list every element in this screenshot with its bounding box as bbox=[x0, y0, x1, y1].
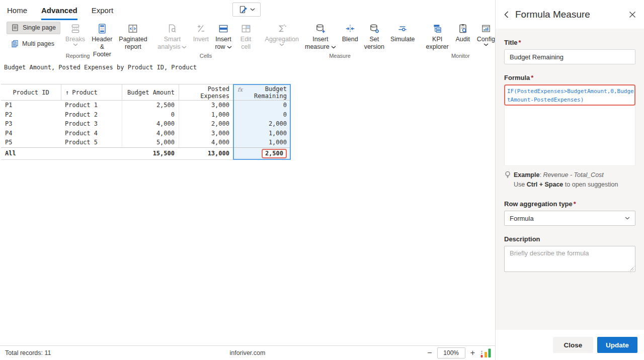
edit-report-icon bbox=[238, 5, 248, 14]
breaks-label: Breaks bbox=[65, 36, 85, 43]
formula-highlight-box: IF(PostedExpenses>BudgetAmount,0,BudgetA… bbox=[504, 84, 635, 106]
breaks-icon bbox=[70, 21, 81, 36]
aggregation-label: Aggregation bbox=[265, 36, 299, 43]
tab-home[interactable]: Home bbox=[7, 0, 27, 20]
table-cell[interactable]: 2,500 bbox=[122, 101, 179, 110]
blend-button[interactable]: Blend bbox=[340, 20, 361, 43]
table-cell[interactable]: Product 4 bbox=[61, 129, 122, 138]
set-version-icon bbox=[369, 21, 380, 36]
tab-export[interactable]: Export bbox=[92, 0, 113, 20]
table-cell[interactable]: P2 bbox=[1, 110, 61, 120]
data-table: Product ID ↑Product Budget Amount Posted… bbox=[1, 84, 291, 160]
ribbon-group-monitor: KPI explorer Audit Config Monitor bbox=[421, 20, 500, 61]
insert-measure-button[interactable]: Insert measure bbox=[302, 20, 339, 51]
smart-analysis-label: Smart bbox=[164, 36, 181, 43]
zoom-in-button[interactable]: + bbox=[470, 349, 475, 357]
table-cell[interactable]: 1,000 bbox=[233, 138, 291, 147]
table-cell[interactable]: P4 bbox=[1, 129, 61, 138]
panel-title: Formula Measure bbox=[515, 9, 629, 20]
column-header-product-id[interactable]: Product ID bbox=[1, 84, 61, 101]
audit-label: Audit bbox=[456, 36, 470, 43]
set-version-button[interactable]: Set version bbox=[362, 20, 387, 51]
column-header-product[interactable]: ↑Product bbox=[61, 84, 122, 101]
table-cell[interactable]: 0 bbox=[233, 101, 291, 110]
formula-fx-icon: fx bbox=[237, 86, 243, 93]
audit-button[interactable]: Audit bbox=[452, 20, 473, 43]
row-aggregation-select[interactable]: Formula bbox=[504, 211, 635, 226]
lightbulb-icon bbox=[504, 171, 511, 179]
total-row-cell[interactable]: 15,500 bbox=[122, 147, 179, 160]
kpi-explorer-label: KPI bbox=[432, 36, 442, 43]
row-aggregation-value: Formula bbox=[510, 215, 534, 222]
multi-pages-button[interactable]: Multi pages bbox=[7, 38, 60, 50]
group-label-reporting: Reporting bbox=[7, 52, 149, 60]
column-header-budget-remaining[interactable]: fxBudget Remaining bbox=[233, 84, 291, 101]
table-cell[interactable]: 4,000 bbox=[122, 129, 179, 138]
table-cell[interactable]: 1,000 bbox=[233, 129, 291, 138]
zoom-level-indicator[interactable]: 100% bbox=[437, 347, 465, 358]
table-cell[interactable]: 0 bbox=[122, 110, 179, 120]
table-cell[interactable]: 4,000 bbox=[122, 119, 179, 129]
total-row-cell[interactable]: All bbox=[1, 147, 61, 160]
formula-editor[interactable]: IF(PostedExpenses>BudgetAmount,0,BudgetA… bbox=[504, 84, 635, 166]
config-label: Config bbox=[477, 36, 495, 43]
ribbon-group-measure: Aggregation Insert measure Blend S bbox=[260, 20, 420, 61]
table-cell[interactable]: Product 5 bbox=[61, 138, 122, 147]
paginated-report-icon bbox=[127, 21, 138, 36]
blend-label: Blend bbox=[342, 36, 358, 43]
paginated-report-button[interactable]: Paginated report bbox=[117, 20, 149, 51]
table-cell[interactable]: 3,000 bbox=[179, 129, 233, 138]
smart-analysis-icon bbox=[167, 21, 178, 36]
single-page-button[interactable]: Single page bbox=[7, 22, 60, 34]
formula-expression: IF(PostedExpenses>BudgetAmount,0,BudgetA… bbox=[507, 87, 634, 104]
table-cell[interactable]: 2,000 bbox=[179, 119, 233, 129]
update-button[interactable]: Update bbox=[597, 337, 637, 353]
title-field-label: Title* bbox=[504, 39, 635, 46]
single-page-label: Single page bbox=[23, 24, 56, 31]
table-cell[interactable]: P1 bbox=[1, 101, 61, 110]
kpi-explorer-button[interactable]: KPI explorer bbox=[424, 20, 451, 51]
resize-handle-icon[interactable] bbox=[629, 266, 634, 271]
ribbon-group-reporting: Single page Multi pages Breaks bbox=[4, 20, 151, 61]
column-header-posted-expenses[interactable]: Posted Expenses bbox=[179, 84, 233, 101]
simulate-button[interactable]: Simulate bbox=[388, 20, 418, 43]
invert-label: Invert bbox=[193, 36, 209, 43]
column-header-budget-amount[interactable]: Budget Amount bbox=[122, 84, 179, 101]
smart-analysis-button: Smart analysis bbox=[155, 20, 189, 51]
inforiver-logo-icon bbox=[480, 348, 492, 358]
breaks-button: Breaks bbox=[63, 20, 87, 46]
simulate-icon bbox=[397, 21, 408, 36]
table-cell[interactable]: Product 2 bbox=[61, 110, 122, 120]
table-cell[interactable]: 1,000 bbox=[179, 110, 233, 120]
edit-mode-button[interactable] bbox=[232, 3, 261, 17]
tab-advanced[interactable]: Advanced bbox=[41, 0, 77, 20]
single-page-icon bbox=[11, 24, 19, 32]
kpi-explorer-icon bbox=[432, 21, 443, 36]
config-button[interactable]: Config bbox=[474, 20, 498, 46]
zoom-out-button[interactable]: − bbox=[427, 349, 432, 357]
total-row-cell-selected[interactable]: 2,500 bbox=[233, 147, 291, 160]
group-label-measure: Measure bbox=[263, 52, 418, 60]
title-input[interactable] bbox=[504, 49, 635, 64]
total-row-cell[interactable]: 13,000 bbox=[179, 147, 233, 160]
table-cell[interactable]: 4,000 bbox=[179, 138, 233, 147]
header-footer-label: Header bbox=[92, 36, 112, 43]
table-cell[interactable]: 2,000 bbox=[233, 119, 291, 129]
table-cell[interactable]: 5,000 bbox=[122, 138, 179, 147]
insert-row-button[interactable]: Insert row bbox=[212, 20, 234, 51]
table-cell[interactable]: 3,000 bbox=[179, 101, 233, 110]
table-cell[interactable]: P3 bbox=[1, 119, 61, 129]
table-cell[interactable]: P5 bbox=[1, 138, 61, 147]
back-chevron-icon[interactable] bbox=[504, 11, 509, 19]
chevron-down-icon bbox=[250, 8, 255, 11]
insert-measure-icon bbox=[315, 21, 326, 36]
description-textarea[interactable] bbox=[504, 246, 635, 272]
close-button[interactable]: Close bbox=[553, 337, 593, 353]
table-cell[interactable]: 0 bbox=[233, 110, 291, 120]
table-cell[interactable]: Product 3 bbox=[61, 119, 122, 129]
total-row-cell[interactable] bbox=[61, 147, 122, 160]
table-cell[interactable]: Product 1 bbox=[61, 101, 122, 110]
chevron-down-icon bbox=[625, 217, 630, 220]
highlighted-total-value: 2,500 bbox=[262, 149, 287, 158]
close-icon[interactable] bbox=[629, 11, 636, 18]
